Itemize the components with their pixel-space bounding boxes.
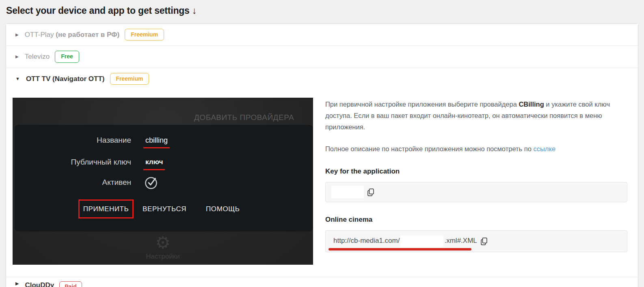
settings-label: Настройки <box>13 253 313 261</box>
pricing-badge-freemium: Freemium <box>125 29 164 41</box>
field-label-public-key: Публичный ключ <box>30 158 131 167</box>
pricing-badge-free: Free <box>55 51 79 62</box>
accordion-item-clouddy[interactable]: ▶ ClouDDy Paid <box>6 277 638 287</box>
cinema-url: http://cb-media1.com/.xml#.XML <box>333 236 477 247</box>
return-button-label: ВЕРНУТЬСЯ <box>143 205 186 213</box>
docs-link[interactable]: ссылке <box>533 145 555 152</box>
ott-tv-panel: ДОБАВИТЬ ПРОВАЙДЕРА Название cbilling Пу… <box>6 90 638 277</box>
key-section-title: Key for the application <box>325 167 627 176</box>
redacted-url-part <box>400 236 443 247</box>
apply-button-highlight: ПРИМЕНИТЬ <box>78 199 134 218</box>
copy-icon[interactable] <box>481 238 487 245</box>
redacted-key-value <box>331 186 364 198</box>
app-key-box <box>325 182 627 202</box>
pricing-badge-freemium: Freemium <box>110 73 149 85</box>
accordion-item-ott-tv[interactable]: ▼ OTT TV (Navigator OTT) Freemium <box>6 68 638 90</box>
field-label-name: Название <box>30 136 131 145</box>
screenshot-footer: ⚙ Настройки <box>13 234 313 261</box>
provider-form-panel: Название cbilling Публичный ключ ключ Ак… <box>15 125 313 231</box>
return-button: ВЕРНУТЬСЯ <box>143 199 186 218</box>
page-title: Select your device and app to get settin… <box>0 0 644 16</box>
cinema-section-title: Online cinema <box>325 216 627 224</box>
accordion-item-label: OTT-Play (не работает в РФ) <box>25 31 119 39</box>
app-screenshot: ДОБАВИТЬ ПРОВАЙДЕРА Название cbilling Пу… <box>13 98 313 265</box>
chevron-right-icon: ▶ <box>15 55 19 59</box>
red-highlight-underline <box>328 248 471 251</box>
accordion-item-label: OTT TV (Navigator OTT) <box>26 75 105 83</box>
accordion-item-televizo[interactable]: ▶ Televizo Free <box>6 45 638 68</box>
pricing-badge-paid: Paid <box>59 281 82 287</box>
screenshot-title: ДОБАВИТЬ ПРОВАЙДЕРА <box>194 113 294 122</box>
field-label-active: Активен <box>30 178 131 187</box>
field-value-name: cbilling <box>143 136 170 148</box>
copy-icon[interactable] <box>367 188 374 196</box>
provider-name: CBilling <box>519 101 544 108</box>
docs-paragraph: Полное описание по настройке приложения … <box>325 143 627 154</box>
check-circle-icon <box>144 175 158 190</box>
accordion-item-label: Televizo <box>25 53 50 61</box>
instructions-column: При первичной настройке приложения выбер… <box>325 98 627 265</box>
cinema-url-box: http://cb-media1.com/.xml#.XML <box>325 230 627 252</box>
help-button: ПОМОЩЬ <box>206 199 240 218</box>
accordion-item-ott-play[interactable]: ▶ OTT-Play (не работает в РФ) Freemium <box>6 24 638 45</box>
apply-button-label: ПРИМЕНИТЬ <box>83 205 129 213</box>
chevron-right-icon: ▶ <box>15 281 19 286</box>
accordion-item-label: ClouDDy <box>25 281 54 287</box>
chevron-down-icon: ▼ <box>15 77 20 81</box>
gear-icon: ⚙ <box>13 234 313 252</box>
setup-paragraph: При первичной настройке приложения выбер… <box>325 99 627 133</box>
help-button-label: ПОМОЩЬ <box>206 205 240 213</box>
chevron-right-icon: ▶ <box>15 33 19 37</box>
field-value-public-key: ключ <box>143 158 165 170</box>
device-app-accordion: ▶ OTT-Play (не работает в РФ) Freemium ▶… <box>6 24 638 287</box>
